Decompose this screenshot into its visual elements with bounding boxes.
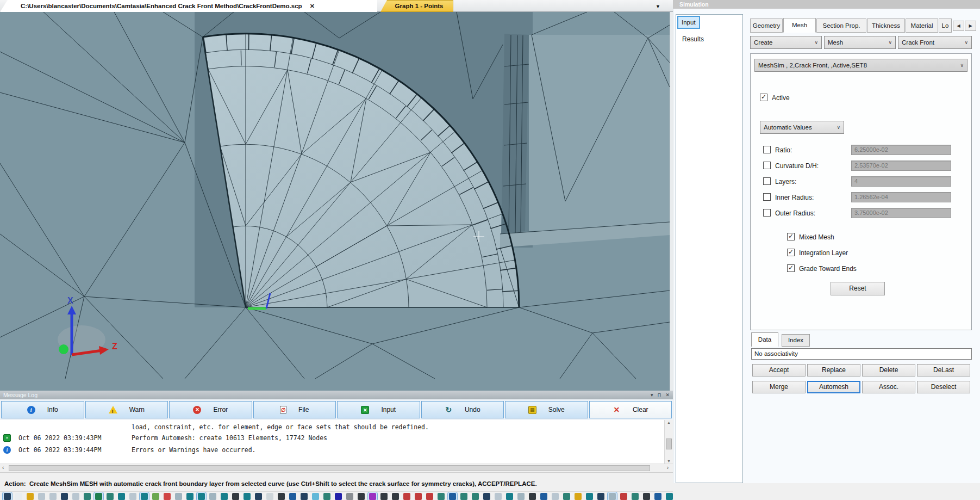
toolbar-icon[interactable] <box>72 493 79 500</box>
log-vertical-scrollbar[interactable]: ▴ ▾ <box>664 420 673 464</box>
toolbar-icon[interactable] <box>221 493 228 500</box>
file-filter-button[interactable]: ∅ File <box>253 401 336 418</box>
clear-log-button[interactable]: ✕ Clear <box>589 401 672 418</box>
tab-scroll-left-icon[interactable]: ◀ <box>953 21 964 31</box>
tab-thickness[interactable]: Thickness <box>867 18 905 33</box>
toolbar-icon[interactable] <box>552 493 559 500</box>
toolbar-icon[interactable] <box>38 493 45 500</box>
layers-checkbox[interactable] <box>763 177 771 185</box>
delete-button[interactable]: Delete <box>862 364 915 376</box>
toolbar-icon[interactable] <box>495 493 502 500</box>
nav-item-input[interactable]: Input <box>677 16 700 29</box>
tab-section-prop[interactable]: Section Prop. <box>816 18 866 33</box>
toolbar-icon[interactable] <box>244 493 251 500</box>
toolbar-icon[interactable] <box>460 493 467 500</box>
mesh-set-select[interactable]: MeshSim , 2,Crack Front, ,Active,SET8 ∨ <box>754 59 967 72</box>
toolbar-icon[interactable] <box>95 493 102 500</box>
panel-menu-icon[interactable]: ▾ <box>651 392 653 398</box>
toolbar-icon[interactable] <box>278 493 285 500</box>
toolbar-icon[interactable] <box>597 493 604 500</box>
toolbar-icon[interactable] <box>266 493 273 500</box>
delast-button[interactable]: DeLast <box>917 364 970 376</box>
toolbar-icon[interactable] <box>164 493 171 500</box>
toolbar-icon[interactable] <box>301 493 308 500</box>
inner-radius-field[interactable]: 1.26562e-04 <box>851 192 951 202</box>
scrollbar-thumb[interactable] <box>9 465 650 471</box>
toolbar-icon[interactable] <box>4 493 11 500</box>
toolbar-icon[interactable] <box>358 493 365 500</box>
tab-material[interactable]: Material <box>906 18 938 33</box>
scrollbar-thumb[interactable] <box>666 439 672 449</box>
toolbar-icon[interactable] <box>529 493 536 500</box>
tab-graph-1-points[interactable]: Graph 1 - Points <box>380 0 453 12</box>
toolbar-icon[interactable] <box>15 493 22 500</box>
toolbar-icon[interactable] <box>403 493 410 500</box>
toolbar-icon[interactable] <box>255 493 262 500</box>
outer-radius-checkbox[interactable] <box>763 209 771 217</box>
grade-toward-ends-checkbox[interactable] <box>787 264 795 272</box>
pin-icon[interactable]: ⊓ <box>657 392 661 398</box>
tab-load-clipped[interactable]: Lo <box>939 18 952 33</box>
associativity-field[interactable]: No associativity <box>751 348 972 360</box>
toolbar-icon[interactable] <box>563 493 570 500</box>
model-viewport[interactable]: X Z <box>0 12 670 391</box>
toolbar-icon[interactable] <box>129 493 136 500</box>
scroll-left-icon[interactable]: ‹ <box>2 465 4 471</box>
simulation-panel-title[interactable]: Simulation <box>673 0 980 9</box>
merge-button[interactable]: Merge <box>752 381 806 393</box>
toolbar-icon[interactable] <box>643 493 650 500</box>
toolbar-icon[interactable] <box>438 493 445 500</box>
toolbar-icon[interactable] <box>27 493 34 500</box>
tab-overflow-arrow-icon[interactable]: ▼ <box>656 4 660 9</box>
toolbar-icon[interactable] <box>232 493 239 500</box>
tab-scroll-right-icon[interactable]: ▶ <box>965 21 976 31</box>
deselect-button[interactable]: Deselect <box>917 381 970 393</box>
toolbar-icon[interactable] <box>335 493 342 500</box>
ratio-checkbox[interactable] <box>763 146 771 153</box>
tab-close-icon[interactable]: ✕ <box>310 3 315 10</box>
info-filter-button[interactable]: i Info <box>1 401 84 418</box>
toolbar-icon[interactable] <box>380 493 388 500</box>
toolbar-icon[interactable] <box>472 493 479 500</box>
mixed-mesh-checkbox[interactable] <box>787 233 795 240</box>
toolbar-icon[interactable] <box>141 493 148 500</box>
tab-file[interactable]: C:\Users\blancaster\Documents\Camtasia\E… <box>0 0 377 12</box>
toolbar-icon[interactable] <box>540 493 547 500</box>
toolbar-icon[interactable] <box>483 493 490 500</box>
inner-radius-checkbox[interactable] <box>763 193 771 201</box>
message-log-titlebar[interactable]: Message Log ▾ ⊓ ✕ <box>0 391 673 399</box>
replace-button[interactable]: Replace <box>807 364 860 376</box>
scroll-down-icon[interactable]: ▾ <box>665 459 673 464</box>
toolbar-icon[interactable] <box>107 493 114 500</box>
toolbar-icon[interactable] <box>346 493 353 500</box>
tab-index[interactable]: Index <box>782 334 810 347</box>
nav-item-results[interactable]: Results <box>677 32 741 47</box>
error-filter-button[interactable]: ✕ Error <box>169 401 252 418</box>
close-icon[interactable]: ✕ <box>665 392 670 398</box>
entity-select[interactable]: Crack Front ∨ <box>898 36 972 49</box>
assoc-button[interactable]: Assoc. <box>862 381 915 393</box>
tab-data[interactable]: Data <box>751 332 778 347</box>
toolbar-icon[interactable] <box>175 493 182 500</box>
toolbar-icon[interactable] <box>152 493 159 500</box>
toolbar-icon[interactable] <box>426 493 433 500</box>
undo-filter-button[interactable]: ↻ Undo <box>421 401 504 418</box>
toolbar-icon[interactable] <box>323 493 330 500</box>
log-horizontal-scrollbar[interactable]: ‹ › <box>0 464 673 472</box>
toolbar-icon[interactable] <box>289 493 296 500</box>
toolbar-icon[interactable] <box>209 493 216 500</box>
toolbar-icon[interactable] <box>632 493 639 500</box>
curvature-checkbox[interactable] <box>763 162 771 169</box>
ratio-field[interactable]: 6.25000e-02 <box>851 145 951 155</box>
toolbar-icon[interactable] <box>654 493 661 500</box>
accept-button[interactable]: Accept <box>752 364 806 376</box>
toolbar-icon[interactable] <box>392 493 399 500</box>
toolbar-icon[interactable] <box>506 493 513 500</box>
toolbar-icon[interactable] <box>198 493 205 500</box>
warn-filter-button[interactable]: ! Warn <box>85 401 168 418</box>
input-filter-button[interactable]: ✕ Input <box>337 401 420 418</box>
toolbar-icon[interactable] <box>586 493 593 500</box>
toolbar-icon[interactable] <box>84 493 91 500</box>
toolbar-icon[interactable] <box>118 493 125 500</box>
toolbar-icon[interactable] <box>449 493 456 500</box>
